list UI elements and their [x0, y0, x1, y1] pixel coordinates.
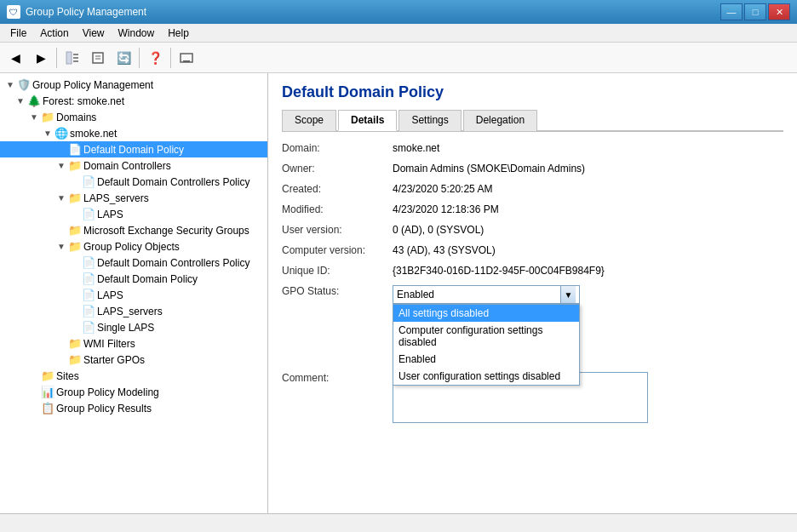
- menu-window[interactable]: Window: [112, 26, 162, 41]
- tree-expand-gpo-laps: [68, 290, 82, 300]
- tab-scope[interactable]: Scope: [282, 110, 336, 131]
- tree-item-ddcp[interactable]: 📄 Default Domain Controllers Policy: [0, 174, 267, 190]
- back-button[interactable]: ◀: [3, 46, 27, 70]
- svg-rect-8: [183, 60, 190, 62]
- tree-item-starter[interactable]: 📁 Starter GPOs: [0, 352, 267, 368]
- toolbar-sep-1: [56, 48, 57, 68]
- tab-settings[interactable]: Settings: [398, 110, 461, 131]
- detail-row-domain: Domain: smoke.net: [282, 142, 783, 154]
- modeling-icon: 📊: [41, 386, 54, 398]
- main-container: ▼ 🛡️ Group Policy Management ▼ 🌲 Forest:…: [0, 73, 797, 513]
- show-hide-tree-button[interactable]: [60, 46, 84, 70]
- tree-item-gpo-ddp[interactable]: 📄 Default Domain Policy: [0, 271, 267, 287]
- starter-label: Starter GPOs: [83, 354, 145, 366]
- tree-item-domaincontrollers[interactable]: ▼ 📁 Domain Controllers: [0, 157, 267, 174]
- smokenet-label: smoke.net: [70, 128, 117, 140]
- properties-icon: [91, 51, 105, 65]
- tab-details[interactable]: Details: [338, 110, 397, 131]
- menu-file[interactable]: File: [3, 26, 33, 41]
- details-panel: Domain: smoke.net Owner: Domain Admins (…: [282, 142, 783, 423]
- unique-id-value: {31B2F340-016D-11D2-945F-00C04FB984F9}: [393, 265, 605, 277]
- gpo-status-container: Enabled ▼ All settings disabled Computer…: [393, 285, 580, 304]
- menu-action[interactable]: Action: [33, 26, 75, 41]
- tree-expand-wmi: [54, 339, 68, 348]
- help-button[interactable]: ❓: [143, 46, 167, 70]
- domains-icon: 📁: [41, 111, 54, 123]
- tree-item-mesg[interactable]: 📁 Microsoft Exchange Security Groups: [0, 222, 267, 238]
- maximize-button[interactable]: □: [744, 3, 766, 20]
- minimize-button[interactable]: —: [720, 3, 743, 20]
- app-icon: 🛡: [7, 5, 20, 19]
- wmi-label: WMI Filters: [83, 338, 135, 350]
- tree-item-gpo-root[interactable]: ▼ 📁 Group Policy Objects: [0, 238, 267, 255]
- domains-label: Domains: [56, 112, 96, 123]
- tree-expand-gpo-root: ▼: [54, 242, 68, 251]
- tree-item-gpo-laps[interactable]: 📄 LAPS: [0, 287, 267, 303]
- status-bar: [0, 513, 797, 532]
- dropdown-option-enabled[interactable]: Enabled: [393, 351, 579, 368]
- gpo-ddp-icon: 📄: [82, 272, 95, 285]
- dropdown-option-all-disabled[interactable]: All settings disabled: [393, 305, 579, 322]
- gpo-laps-icon: 📄: [82, 289, 95, 301]
- user-version-label: User version:: [282, 224, 393, 236]
- domain-label: Domain:: [282, 142, 393, 154]
- detail-row-gpo-status: GPO Status: Enabled ▼ All settings disab…: [282, 285, 783, 304]
- tree-item-results[interactable]: 📋 Group Policy Results: [0, 400, 267, 416]
- wmi-icon: 📁: [68, 337, 82, 350]
- results-icon: 📋: [41, 402, 54, 415]
- tree-expand-gpo-ddcp: [68, 258, 82, 267]
- tree-item-ddp[interactable]: 📄 Default Domain Policy: [0, 141, 267, 157]
- title-bar: 🛡 Group Policy Management — □ ✕: [0, 0, 797, 24]
- forward-button[interactable]: ▶: [29, 46, 53, 70]
- gpo-status-label: GPO Status:: [282, 285, 393, 297]
- tree-expand-smokenet: ▼: [41, 129, 54, 138]
- tree-item-sites[interactable]: 📁 Sites: [0, 368, 267, 384]
- tree-expand-mesg: [54, 226, 68, 235]
- tab-delegation[interactable]: Delegation: [463, 110, 537, 131]
- tree-expand-forest: ▼: [14, 96, 27, 106]
- laps-servers-label: LAPS_servers: [83, 192, 149, 204]
- sidebar: ▼ 🛡️ Group Policy Management ▼ 🌲 Forest:…: [0, 73, 268, 513]
- tree-item-forest[interactable]: ▼ 🌲 Forest: smoke.net: [0, 93, 267, 109]
- unique-id-label: Unique ID:: [282, 265, 393, 277]
- tree-item-gpo-laps-s[interactable]: 📄 LAPS_servers: [0, 303, 267, 319]
- owner-value: Domain Admins (SMOKE\Domain Admins): [393, 163, 585, 174]
- tree-item-gpo-single[interactable]: 📄 Single LAPS: [0, 319, 267, 335]
- dropdown-option-computer-disabled[interactable]: Computer configuration settings disabled: [393, 322, 579, 351]
- modified-label: Modified:: [282, 203, 393, 215]
- computer-version-value: 43 (AD), 43 (SYSVOL): [393, 244, 496, 256]
- starter-icon: 📁: [68, 353, 82, 366]
- dropdown-arrow-icon: ▼: [560, 286, 576, 303]
- tree-expand-domains: ▼: [27, 112, 41, 122]
- tree-item-domains[interactable]: ▼ 📁 Domains: [0, 109, 267, 125]
- gpo-status-dropdown[interactable]: Enabled ▼: [393, 285, 580, 304]
- tree-item-laps[interactable]: 📄 LAPS: [0, 206, 267, 222]
- menu-help[interactable]: Help: [161, 26, 196, 41]
- tree-item-modeling[interactable]: 📊 Group Policy Modeling: [0, 384, 267, 400]
- created-value: 4/23/2020 5:20:25 AM: [393, 183, 492, 195]
- comment-label: Comment:: [282, 372, 393, 384]
- dropdown-option-user-disabled[interactable]: User configuration settings disabled: [393, 368, 579, 385]
- gpo-root-icon: 📁: [68, 240, 82, 253]
- console-button[interactable]: [175, 46, 198, 70]
- gpo-status-dropdown-list: All settings disabled Computer configura…: [393, 304, 580, 386]
- tree-item-gpm[interactable]: ▼ 🛡️ Group Policy Management: [0, 77, 267, 93]
- gpo-ddp-label: Default Domain Policy: [97, 273, 198, 285]
- menu-view[interactable]: View: [76, 26, 112, 41]
- tree-expand-modeling: [27, 387, 41, 397]
- detail-row-unique-id: Unique ID: {31B2F340-016D-11D2-945F-00C0…: [282, 265, 783, 277]
- title-bar-title: Group Policy Management: [26, 6, 146, 18]
- tree-item-smokenet[interactable]: ▼ 🌐 smoke.net: [0, 125, 267, 141]
- tree-expand-sites: [27, 371, 41, 380]
- tree-expand-gpo-laps-s: [68, 306, 82, 316]
- properties-button[interactable]: [86, 46, 110, 70]
- gpo-status-current: Enabled: [397, 289, 434, 300]
- laps-icon: 📄: [82, 208, 95, 220]
- tree-item-gpo-ddcp[interactable]: 📄 Default Domain Controllers Policy: [0, 255, 267, 271]
- detail-row-created: Created: 4/23/2020 5:20:25 AM: [282, 183, 783, 195]
- close-button[interactable]: ✕: [768, 3, 790, 20]
- sites-label: Sites: [56, 370, 79, 382]
- tree-item-laps-servers-ou[interactable]: ▼ 📁 LAPS_servers: [0, 190, 267, 206]
- refresh-button[interactable]: 🔄: [112, 46, 135, 70]
- tree-item-wmi[interactable]: 📁 WMI Filters: [0, 335, 267, 352]
